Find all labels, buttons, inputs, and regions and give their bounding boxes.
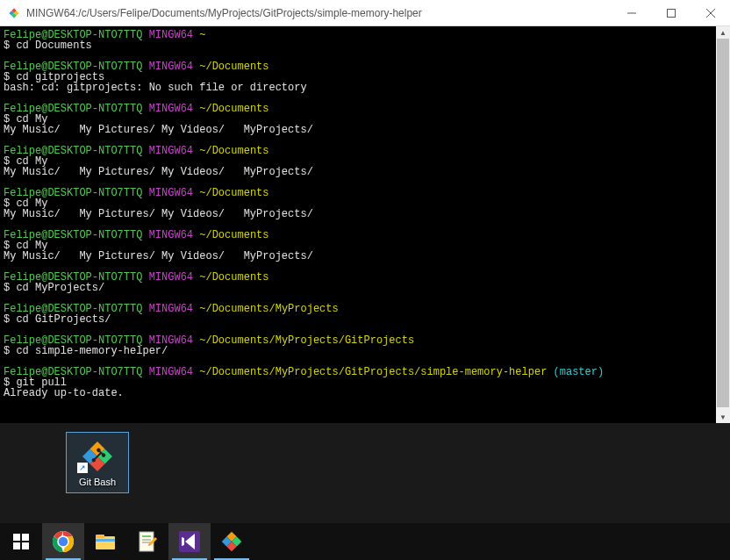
scrollbar-thumb[interactable] bbox=[717, 39, 729, 407]
svg-rect-17 bbox=[13, 534, 20, 541]
svg-rect-18 bbox=[22, 534, 29, 541]
taskbar-gitbash[interactable] bbox=[211, 523, 253, 560]
shortcut-overlay-icon: ↗ bbox=[77, 463, 88, 473]
svg-rect-5 bbox=[667, 9, 675, 17]
start-button[interactable] bbox=[0, 523, 42, 560]
taskbar-explorer[interactable] bbox=[84, 523, 126, 560]
taskbar-notepad[interactable] bbox=[126, 523, 168, 560]
close-button[interactable] bbox=[691, 0, 730, 25]
taskbar-visualstudio[interactable] bbox=[168, 523, 211, 560]
scroll-up-arrow[interactable]: ▲ bbox=[716, 26, 730, 39]
gitbash-shortcut[interactable]: ↗ Git Bash bbox=[66, 432, 129, 493]
svg-rect-25 bbox=[96, 536, 115, 549]
scrollbar[interactable]: ▲ ▼ bbox=[716, 26, 730, 423]
scroll-down-arrow[interactable]: ▼ bbox=[716, 411, 730, 423]
app-icon bbox=[7, 6, 21, 20]
taskbar-chrome[interactable] bbox=[42, 523, 84, 560]
window-title: MINGW64:/c/Users/Felipe/Documents/MyProj… bbox=[26, 7, 612, 19]
titlebar[interactable]: MINGW64:/c/Users/Felipe/Documents/MyProj… bbox=[0, 0, 730, 26]
terminal-window: MINGW64:/c/Users/Felipe/Documents/MyProj… bbox=[0, 0, 730, 423]
terminal-output[interactable]: Felipe@DESKTOP-NTO7TTQ MINGW64 ~$ cd Doc… bbox=[0, 26, 716, 423]
svg-rect-27 bbox=[96, 539, 115, 542]
taskbar bbox=[0, 523, 730, 560]
desktop[interactable]: ↗ Git Bash bbox=[0, 423, 730, 523]
svg-rect-19 bbox=[13, 542, 20, 549]
maximize-button[interactable] bbox=[651, 0, 691, 25]
terminal-body: Felipe@DESKTOP-NTO7TTQ MINGW64 ~$ cd Doc… bbox=[0, 26, 730, 423]
svg-rect-26 bbox=[96, 535, 104, 538]
minimize-button[interactable] bbox=[612, 0, 651, 25]
window-controls bbox=[612, 0, 730, 25]
svg-rect-20 bbox=[22, 542, 29, 549]
shortcut-label: Git Bash bbox=[79, 477, 116, 487]
